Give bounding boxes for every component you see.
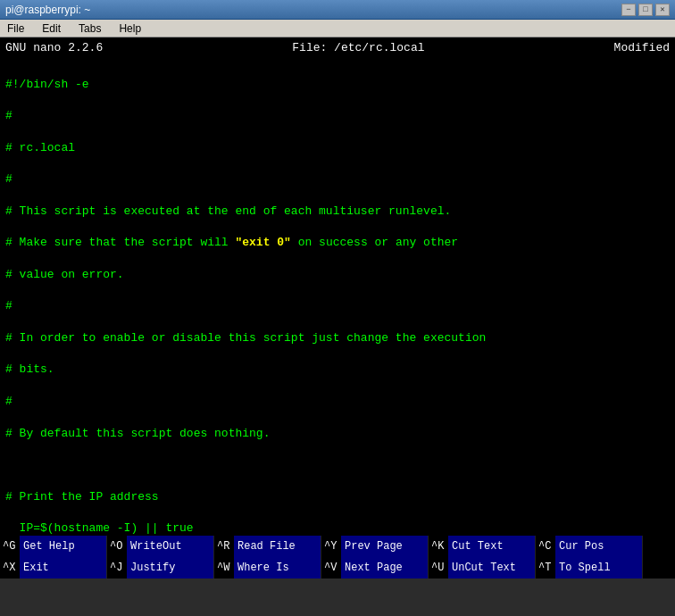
footer-label-justify: Justify xyxy=(127,557,213,579)
footer-item-tospell[interactable]: ^T To Spell xyxy=(536,557,643,579)
footer-row-2: ^X Exit ^J Justify ^W Where Is ^V Next P… xyxy=(0,557,675,579)
editor-line: # rc.local xyxy=(5,140,670,156)
footer-label-prevpage: Prev Page xyxy=(341,536,428,557)
close-button[interactable]: ✕ xyxy=(655,4,670,16)
editor-line: # Print the IP address xyxy=(5,489,670,505)
footer-key-justify: ^J xyxy=(107,562,127,574)
editor-line xyxy=(5,457,670,473)
footer-item-prevpage[interactable]: ^Y Prev Page xyxy=(321,536,429,557)
nano-header: GNU nano 2.2.6 File: /etc/rc.local Modif… xyxy=(0,37,675,57)
footer-item-writeout[interactable]: ^O WriteOut xyxy=(107,536,214,557)
footer-label-nextpage: Next Page xyxy=(341,557,428,579)
maximize-button[interactable]: □ xyxy=(638,4,653,16)
editor-line: # xyxy=(5,298,670,314)
editor-line: # This script is executed at the end of … xyxy=(5,204,670,220)
footer-label-whereis: Where Is xyxy=(234,557,321,579)
window-controls: − □ ✕ xyxy=(621,4,670,16)
nano-status: Modified xyxy=(614,41,670,54)
footer-item-readfile[interactable]: ^R Read File xyxy=(214,536,321,557)
footer: ^G Get Help ^O WriteOut ^R Read File ^Y … xyxy=(0,536,675,579)
minimize-button[interactable]: − xyxy=(621,4,636,16)
footer-row-1: ^G Get Help ^O WriteOut ^R Read File ^Y … xyxy=(0,536,675,557)
footer-item-whereis[interactable]: ^W Where Is xyxy=(214,557,321,579)
footer-label-tospell: To Spell xyxy=(555,557,642,579)
footer-key-prevpage: ^Y xyxy=(321,540,341,553)
footer-label-help: Get Help xyxy=(20,536,106,557)
title-text: pi@raspberrypi: ~ xyxy=(5,4,90,16)
footer-label-curpos: Cur Pos xyxy=(555,536,642,557)
footer-key-help: ^G xyxy=(0,540,20,553)
editor[interactable]: #!/bin/sh -e # # rc.local # # This scrip… xyxy=(0,57,675,536)
footer-key-curpos: ^C xyxy=(536,540,555,553)
editor-line: IP=$(hostname -I) || true xyxy=(5,520,670,536)
footer-label-writeout: WriteOut xyxy=(127,536,213,557)
editor-line: # Make sure that the script will "exit 0… xyxy=(5,235,670,251)
editor-line: # bits. xyxy=(5,362,670,378)
footer-key-whereis: ^W xyxy=(214,562,234,574)
menu-file[interactable]: File xyxy=(4,21,28,36)
footer-label-readfile: Read File xyxy=(234,536,321,557)
footer-key-tospell: ^T xyxy=(536,562,555,574)
footer-item-justify[interactable]: ^J Justify xyxy=(107,557,214,579)
editor-line: # xyxy=(5,171,670,187)
editor-line: # xyxy=(5,108,670,124)
menu-tabs[interactable]: Tabs xyxy=(75,21,104,36)
title-bar: pi@raspberrypi: ~ − □ ✕ xyxy=(0,0,675,20)
menu-edit[interactable]: Edit xyxy=(38,21,64,36)
footer-key-writeout: ^O xyxy=(107,540,127,553)
editor-line: # In order to enable or disable this scr… xyxy=(5,330,670,346)
footer-item-nextpage[interactable]: ^V Next Page xyxy=(321,557,429,579)
footer-item-curpos[interactable]: ^C Cur Pos xyxy=(536,536,643,557)
footer-label-cuttext: Cut Text xyxy=(448,536,535,557)
footer-item-help[interactable]: ^G Get Help xyxy=(0,536,107,557)
footer-key-uncuttext: ^U xyxy=(429,562,448,574)
footer-item-cuttext[interactable]: ^K Cut Text xyxy=(429,536,536,557)
footer-key-nextpage: ^V xyxy=(321,562,341,574)
editor-line: #!/bin/sh -e xyxy=(5,77,670,93)
editor-line: # By default this script does nothing. xyxy=(5,426,670,442)
footer-key-cuttext: ^K xyxy=(429,540,448,553)
footer-key-exit: ^X xyxy=(0,562,20,574)
footer-key-readfile: ^R xyxy=(214,540,234,553)
footer-label-exit: Exit xyxy=(20,557,106,579)
menu-bar: File Edit Tabs Help xyxy=(0,20,675,37)
editor-line: # value on error. xyxy=(5,267,670,283)
nano-version: GNU nano 2.2.6 xyxy=(5,41,103,54)
footer-item-uncuttext[interactable]: ^U UnCut Text xyxy=(429,557,536,579)
footer-label-uncuttext: UnCut Text xyxy=(448,557,535,579)
editor-line: # xyxy=(5,394,670,410)
nano-filename: File: /etc/rc.local xyxy=(292,41,424,54)
menu-help[interactable]: Help xyxy=(115,21,145,36)
footer-item-exit[interactable]: ^X Exit xyxy=(0,557,107,579)
